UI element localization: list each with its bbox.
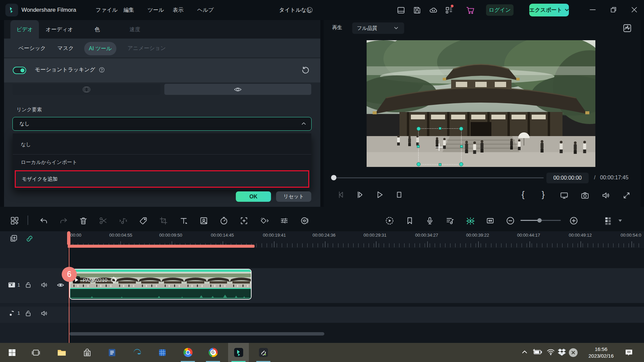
snapshot-icon[interactable] (581, 191, 589, 200)
fullscreen-icon[interactable] (622, 191, 631, 200)
apps-grid-icon[interactable] (445, 6, 453, 14)
option-add-mosaic[interactable]: モザイクを追加 (16, 171, 314, 187)
zoom-slider-track[interactable] (521, 220, 561, 221)
menu-file[interactable]: ファイル (96, 0, 118, 20)
export-button[interactable]: エクスポート (529, 4, 569, 16)
dropbox-icon[interactable] (558, 349, 566, 356)
graph-icon[interactable] (623, 23, 632, 33)
zoom-in-icon[interactable] (569, 216, 578, 225)
menu-view[interactable]: 表示 (173, 0, 183, 20)
monitor-icon[interactable] (560, 191, 569, 200)
add-frame-icon[interactable] (239, 216, 249, 225)
minimize-icon[interactable] (590, 9, 596, 10)
link-icon[interactable] (25, 235, 34, 243)
option-import-local[interactable]: ローカルからインポート (13, 155, 311, 170)
eye-icon[interactable] (56, 281, 65, 289)
marker-icon[interactable] (405, 216, 414, 225)
option-none[interactable]: なし (13, 137, 311, 152)
playhead-line[interactable] (69, 231, 69, 343)
task-view-button[interactable] (25, 343, 46, 362)
text-icon[interactable] (179, 216, 188, 225)
scrubber-track[interactable] (336, 177, 544, 178)
ok-button[interactable]: OK (236, 191, 271, 202)
error-circle-icon[interactable] (569, 348, 578, 357)
tab-speed[interactable]: 速度 (125, 20, 145, 39)
quality-dropdown[interactable]: フル品質 (352, 22, 404, 34)
timeline-scrollbar[interactable] (69, 332, 324, 336)
speaker-icon[interactable] (601, 191, 610, 200)
play-next-frame-icon[interactable] (356, 190, 365, 199)
word-icon[interactable] (102, 343, 122, 362)
tag-icon[interactable] (139, 216, 148, 225)
tracker-edge-handle[interactable] (417, 145, 420, 148)
beat-detect-icon[interactable] (445, 216, 454, 225)
tracker-edge-handle[interactable] (460, 145, 463, 148)
undo-icon[interactable] (39, 216, 48, 225)
folder-icon[interactable] (51, 343, 72, 362)
tracker-corner-handle[interactable] (459, 127, 463, 131)
motion-tracking-selection[interactable] (418, 128, 462, 165)
chrome-icon[interactable] (177, 343, 198, 362)
cart-icon[interactable] (466, 5, 475, 15)
chrome-g-icon[interactable]: G (203, 343, 223, 362)
speed-clock-icon[interactable] (219, 216, 228, 225)
battery-icon[interactable] (533, 349, 542, 355)
tab-audio[interactable]: オーディオ (44, 20, 75, 39)
reset-button[interactable]: リセット (276, 191, 311, 202)
video-clip[interactable]: PANA0210 (69, 269, 252, 300)
media-grid-icon[interactable] (10, 216, 19, 225)
taskbar-clock[interactable]: 16:56 2023/02/16 (581, 346, 621, 359)
tab-video[interactable]: ビデオ (10, 20, 39, 39)
zoom-slider-handle[interactable] (537, 218, 542, 223)
tray-chevron-icon[interactable] (522, 350, 527, 354)
render-preview-icon[interactable] (385, 216, 394, 225)
help-circle-icon[interactable] (99, 67, 105, 73)
tracker-corner-handle[interactable] (459, 162, 463, 166)
timeline-ruler[interactable]: 00:00 00:00:04:55 00:00:09:50 00:00:14:4… (68, 231, 644, 248)
track-speaker-icon[interactable] (40, 309, 48, 317)
save-icon[interactable] (413, 6, 421, 14)
wifi-icon[interactable] (547, 349, 555, 355)
stop-icon[interactable] (395, 190, 404, 199)
lock-open-icon[interactable] (24, 309, 32, 317)
tracker-edge-handle[interactable] (439, 127, 441, 130)
scrubber-handle[interactable] (331, 175, 336, 180)
audio-sync-icon[interactable] (300, 216, 309, 225)
dark-app-icon[interactable] (253, 343, 274, 362)
menu-help[interactable]: ヘルプ (197, 0, 214, 20)
brace-in-icon[interactable]: { (522, 189, 525, 200)
filmora-taskbar-icon[interactable] (228, 343, 249, 362)
prev-frame-icon[interactable] (336, 190, 345, 199)
add-track-icon[interactable] (9, 234, 18, 243)
brace-out-icon[interactable]: } (542, 189, 545, 200)
redo-icon[interactable] (59, 216, 68, 225)
tracker-corner-handle[interactable] (417, 127, 421, 131)
play-icon[interactable] (375, 190, 384, 199)
cloud-upload-icon[interactable] (429, 6, 438, 15)
menu-tools[interactable]: ツール (148, 0, 164, 20)
music-split-icon[interactable] (119, 216, 128, 225)
scissors-icon[interactable] (99, 216, 108, 225)
tracker-edge-handle[interactable] (439, 163, 441, 166)
subtab-basic[interactable]: ベーシック (18, 39, 46, 58)
compare-view-button[interactable] (12, 84, 160, 95)
track-layout-icon[interactable] (604, 216, 613, 226)
zoom-out-icon[interactable] (506, 216, 515, 225)
login-button[interactable]: ログイン (486, 4, 514, 16)
trash-icon[interactable] (79, 216, 88, 225)
notification-icon[interactable] (625, 348, 633, 357)
audio-track-row[interactable] (0, 307, 644, 323)
keyframe-icon[interactable] (260, 216, 270, 225)
reset-icon[interactable] (301, 65, 311, 75)
preview-visibility-button[interactable] (164, 84, 311, 95)
track-speaker-icon[interactable] (40, 281, 48, 289)
subtab-animation[interactable]: アニメーション (127, 39, 166, 58)
video-preview[interactable] (367, 40, 595, 167)
track-layout-caret-icon[interactable] (619, 220, 622, 222)
close-icon[interactable] (631, 7, 637, 13)
subtab-ai-tools[interactable]: AI ツール (84, 42, 116, 55)
crop-icon[interactable] (159, 216, 168, 225)
menu-edit[interactable]: 編集 (123, 0, 134, 20)
start-button[interactable] (2, 343, 22, 362)
portrait-icon[interactable] (199, 216, 208, 225)
